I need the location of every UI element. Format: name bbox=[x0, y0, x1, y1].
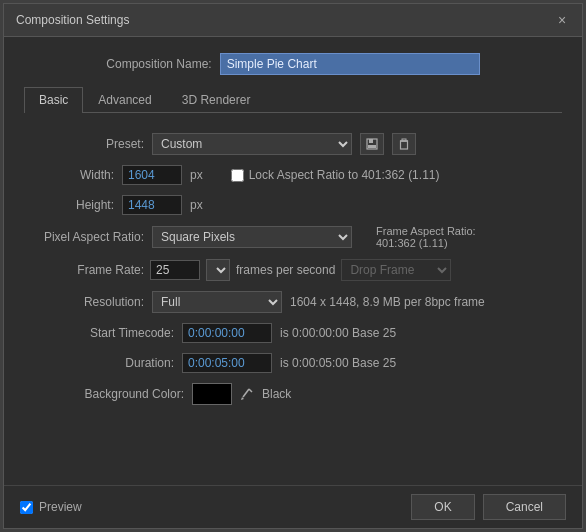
resolution-label: Resolution: bbox=[64, 295, 144, 309]
start-timecode-row: Start Timecode: is 0:00:00:00 Base 25 bbox=[64, 323, 562, 343]
background-color-name: Black bbox=[262, 387, 291, 401]
tabs-bar: Basic Advanced 3D Renderer bbox=[24, 87, 562, 113]
comp-name-row: Composition Name: bbox=[24, 53, 562, 75]
width-label: Width: bbox=[64, 168, 114, 182]
frame-rate-input[interactable] bbox=[150, 260, 200, 280]
preset-label: Preset: bbox=[64, 137, 144, 151]
par-select[interactable]: Square Pixels D1/DV NTSC bbox=[152, 226, 352, 248]
start-timecode-label: Start Timecode: bbox=[64, 326, 174, 340]
preview-checkbox[interactable] bbox=[20, 501, 33, 514]
background-color-swatch[interactable] bbox=[192, 383, 232, 405]
eyedropper-icon bbox=[240, 387, 254, 401]
preset-delete-icon[interactable] bbox=[392, 133, 416, 155]
start-timecode-input[interactable] bbox=[182, 323, 272, 343]
width-input[interactable] bbox=[122, 165, 182, 185]
lock-aspect-checkbox[interactable] bbox=[231, 169, 244, 182]
resolution-row: Resolution: Full Half Third Quarter Cust… bbox=[64, 291, 562, 313]
frame-aspect-box: Frame Aspect Ratio: 401:362 (1.11) bbox=[376, 225, 476, 249]
svg-rect-1 bbox=[369, 139, 373, 143]
height-input[interactable] bbox=[122, 195, 182, 215]
preset-select[interactable]: Custom HDTV 1080 25 HDTV 720 25 bbox=[152, 133, 352, 155]
background-color-row: Background Color: Black bbox=[64, 383, 562, 405]
dialog-title: Composition Settings bbox=[16, 13, 129, 27]
pixel-aspect-row: Pixel Aspect Ratio: Square Pixels D1/DV … bbox=[24, 225, 562, 249]
frame-aspect-title: Frame Aspect Ratio: bbox=[376, 225, 476, 237]
lock-aspect-row: Lock Aspect Ratio to 401:362 (1.11) bbox=[231, 168, 440, 182]
drop-frame-select[interactable]: Drop Frame bbox=[341, 259, 451, 281]
frame-aspect-value: 401:362 (1.11) bbox=[376, 237, 476, 249]
svg-line-7 bbox=[243, 389, 249, 397]
composition-settings-dialog: Composition Settings × Composition Name:… bbox=[3, 3, 583, 529]
duration-is: is 0:00:05:00 Base 25 bbox=[280, 356, 396, 370]
title-bar: Composition Settings × bbox=[4, 4, 582, 37]
resolution-select[interactable]: Full Half Third Quarter Custom bbox=[152, 291, 282, 313]
preview-row: Preview bbox=[20, 500, 82, 514]
comp-name-input[interactable] bbox=[220, 53, 480, 75]
close-button[interactable]: × bbox=[554, 12, 570, 28]
eyedropper-button[interactable] bbox=[240, 387, 254, 401]
comp-name-label: Composition Name: bbox=[106, 57, 211, 71]
footer-buttons: OK Cancel bbox=[411, 494, 566, 520]
duration-row: Duration: is 0:00:05:00 Base 25 bbox=[64, 353, 562, 373]
width-row: Width: px Lock Aspect Ratio to 401:362 (… bbox=[64, 165, 562, 185]
svg-rect-5 bbox=[401, 141, 408, 149]
resolution-info: 1604 x 1448, 8.9 MB per 8bpc frame bbox=[290, 295, 485, 309]
lock-aspect-label: Lock Aspect Ratio to 401:362 (1.11) bbox=[249, 168, 440, 182]
svg-marker-8 bbox=[241, 397, 244, 400]
preview-label: Preview bbox=[39, 500, 82, 514]
ok-button[interactable]: OK bbox=[411, 494, 474, 520]
dialog-content: Composition Name: Basic Advanced 3D Rend… bbox=[4, 37, 582, 485]
start-timecode-is: is 0:00:00:00 Base 25 bbox=[280, 326, 396, 340]
tab-basic[interactable]: Basic bbox=[24, 87, 83, 113]
width-unit: px bbox=[190, 168, 203, 182]
frame-rate-dropdown[interactable]: ▼ bbox=[206, 259, 230, 281]
preset-save-icon[interactable] bbox=[360, 133, 384, 155]
form-area: Preset: Custom HDTV 1080 25 HDTV 720 25 … bbox=[24, 125, 562, 405]
height-label: Height: bbox=[64, 198, 114, 212]
duration-label: Duration: bbox=[64, 356, 174, 370]
svg-rect-2 bbox=[368, 145, 376, 148]
duration-input[interactable] bbox=[182, 353, 272, 373]
dialog-footer: Preview OK Cancel bbox=[4, 485, 582, 528]
tab-3d-renderer[interactable]: 3D Renderer bbox=[167, 87, 266, 112]
framerate-row: Frame Rate: ▼ frames per second Drop Fra… bbox=[64, 259, 562, 281]
background-color-label: Background Color: bbox=[64, 387, 184, 401]
cancel-button[interactable]: Cancel bbox=[483, 494, 566, 520]
fps-label: frames per second bbox=[236, 263, 335, 277]
frame-rate-label: Frame Rate: bbox=[64, 263, 144, 277]
tab-advanced[interactable]: Advanced bbox=[83, 87, 166, 112]
height-row: Height: px bbox=[64, 195, 562, 215]
height-unit: px bbox=[190, 198, 203, 212]
preset-row: Preset: Custom HDTV 1080 25 HDTV 720 25 bbox=[64, 133, 562, 155]
par-label: Pixel Aspect Ratio: bbox=[24, 230, 144, 244]
